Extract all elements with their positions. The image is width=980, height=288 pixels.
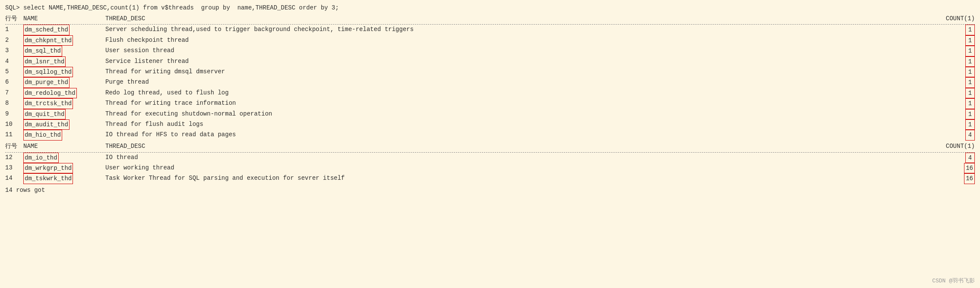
cell-desc: IO thread for HFS to read data pages (105, 130, 945, 140)
table-row: 2dm_chkpnt_thdFlush checkpoint thread1 (5, 35, 975, 46)
count-outlined: 1 (965, 46, 975, 56)
cell-count: 1 (945, 77, 975, 88)
table-row: 6dm_purge_thdPurge thread1 (5, 77, 975, 88)
table-row: 9dm_quit_thdThread for executing shutdow… (5, 109, 975, 119)
cell-name: dm_audit_thd (23, 119, 105, 130)
cell-name: dm_chkpnt_thd (23, 35, 105, 46)
count-outlined: 4 (965, 130, 975, 140)
cell-rownum: 1 (5, 25, 23, 35)
cell-name: dm_trctsk_thd (23, 98, 105, 109)
table-row: 14dm_tskwrk_thdTask Worker Thread for SQ… (5, 173, 975, 184)
name-outlined: dm_lsnr_thd (23, 56, 66, 67)
col-header-rownum-1: 行号 (5, 14, 23, 24)
cell-count: 1 (945, 98, 975, 109)
cell-count: 16 (945, 173, 975, 184)
header-row-2: 行号 NAME THREAD_DESC COUNT(1) (5, 141, 975, 152)
cell-desc: Purge thread (105, 77, 945, 88)
cell-name: dm_hio_thd (23, 130, 105, 140)
cell-rownum: 10 (5, 119, 23, 130)
cell-name: dm_io_thd (23, 153, 105, 163)
name-outlined: dm_tskwrk_thd (23, 173, 73, 184)
col-header-desc-1: THREAD_DESC (105, 14, 945, 24)
cell-rownum: 5 (5, 67, 23, 77)
table-row: 5dm_sqllog_thdThread for writing dmsql d… (5, 67, 975, 77)
cell-count: 1 (945, 119, 975, 130)
name-outlined: dm_redolog_thd (23, 88, 77, 98)
table-row: 13dm_wrkgrp_thdUser working thread16 (5, 163, 975, 173)
name-outlined: dm_trctsk_thd (23, 98, 73, 109)
cell-rownum: 13 (5, 163, 23, 173)
cell-count: 4 (945, 130, 975, 140)
cell-count: 1 (945, 46, 975, 56)
count-outlined: 16 (964, 163, 975, 173)
cell-desc: User session thread (105, 46, 945, 56)
cell-rownum: 2 (5, 35, 23, 46)
name-outlined: dm_audit_thd (23, 119, 70, 130)
cell-name: dm_sched_thd (23, 25, 105, 35)
cell-rownum: 9 (5, 109, 23, 119)
cell-count: 1 (945, 109, 975, 119)
table-row: 3dm_sql_thdUser session thread1 (5, 46, 975, 56)
name-outlined: dm_chkpnt_thd (23, 35, 73, 46)
cell-count: 1 (945, 67, 975, 77)
name-outlined: dm_purge_thd (23, 77, 70, 88)
cell-rownum: 4 (5, 56, 23, 67)
col-header-count-2: COUNT(1) (945, 141, 975, 152)
cell-count: 1 (945, 25, 975, 35)
table-row: 7dm_redolog_thdRedo log thread, used to … (5, 88, 975, 98)
table-row: 4dm_lsnr_thdService listener thread1 (5, 56, 975, 67)
cell-name: dm_wrkgrp_thd (23, 163, 105, 173)
count-outlined: 1 (965, 25, 975, 35)
name-outlined: dm_wrkgrp_thd (23, 163, 73, 173)
cell-rownum: 14 (5, 173, 23, 184)
cell-desc: Flush checkpoint thread (105, 35, 945, 46)
cell-desc: Thread for writing trace information (105, 98, 945, 109)
cell-rownum: 8 (5, 98, 23, 109)
table-row: 1dm_sched_thdServer scheduling thread,us… (5, 25, 975, 35)
cell-rownum: 6 (5, 77, 23, 88)
header-row-1: 行号 NAME THREAD_DESC COUNT(1) (5, 14, 975, 24)
cell-count: 4 (945, 153, 975, 163)
cell-desc: Thread for flush audit logs (105, 119, 945, 130)
cell-count: 1 (945, 35, 975, 46)
count-outlined: 16 (964, 173, 975, 184)
count-outlined: 1 (965, 77, 975, 88)
cell-name: dm_redolog_thd (23, 88, 105, 98)
count-outlined: 1 (965, 98, 975, 109)
table-row: 11dm_hio_thdIO thread for HFS to read da… (5, 130, 975, 140)
count-outlined: 1 (965, 88, 975, 98)
name-outlined: dm_io_thd (23, 153, 59, 163)
cell-desc: Service listener thread (105, 56, 945, 67)
count-outlined: 1 (965, 67, 975, 77)
cell-desc: Task Worker Thread for SQL parsing and e… (105, 173, 945, 184)
watermark: CSDN @羽书飞影 (932, 277, 975, 285)
cell-name: dm_lsnr_thd (23, 56, 105, 67)
cell-rownum: 12 (5, 153, 23, 163)
name-outlined: dm_sqllog_thd (23, 67, 73, 77)
cell-count: 1 (945, 56, 975, 67)
col-header-name-1: NAME (23, 14, 105, 24)
cell-name: dm_quit_thd (23, 109, 105, 119)
cell-desc: Server scheduling thread,used to trigger… (105, 25, 945, 35)
name-outlined: dm_hio_thd (23, 130, 62, 140)
cell-name: dm_sqllog_thd (23, 67, 105, 77)
count-outlined: 1 (965, 109, 975, 119)
cell-rownum: 11 (5, 130, 23, 140)
col-header-count-1: COUNT(1) (945, 14, 975, 24)
cell-name: dm_purge_thd (23, 77, 105, 88)
section1-rows: 1dm_sched_thdServer scheduling thread,us… (5, 25, 975, 140)
cell-count: 16 (945, 163, 975, 173)
footer-text: 14 rows got (5, 187, 975, 194)
cell-name: dm_sql_thd (23, 46, 105, 56)
cell-name: dm_tskwrk_thd (23, 173, 105, 184)
col-header-name-2: NAME (23, 141, 105, 152)
sql-command: SQL> select NAME,THREAD_DESC,count(1) fr… (5, 3, 975, 13)
count-outlined: 1 (965, 35, 975, 46)
section2-rows: 12dm_io_thdIO thread413dm_wrkgrp_thdUser… (5, 153, 975, 184)
cell-rownum: 3 (5, 46, 23, 56)
count-outlined: 4 (965, 153, 975, 163)
count-outlined: 1 (965, 56, 975, 67)
name-outlined: dm_sql_thd (23, 46, 62, 56)
col-header-rownum-2: 行号 (5, 141, 23, 152)
cell-count: 1 (945, 88, 975, 98)
